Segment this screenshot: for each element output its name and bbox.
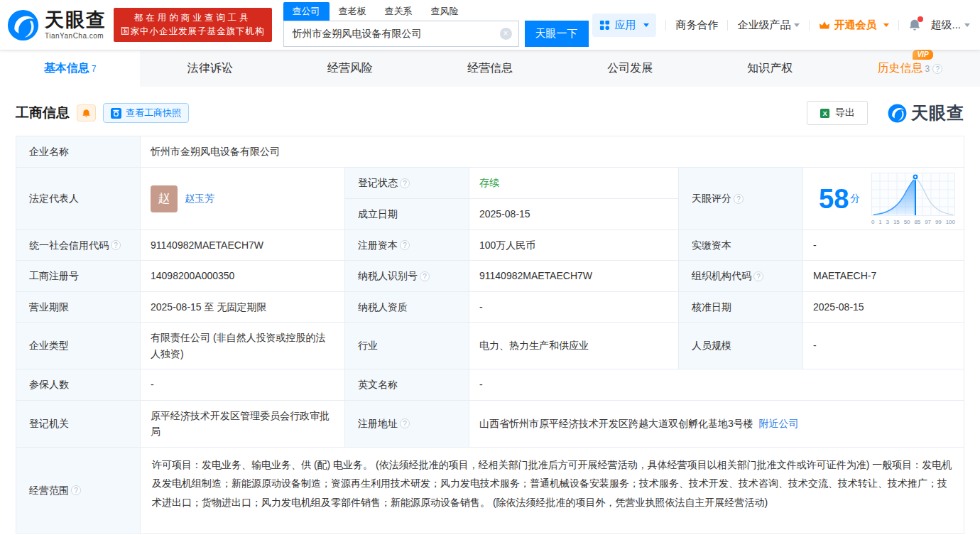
tianyancha-logo[interactable]: 天眼查 TianYanCha.com [7, 9, 107, 41]
enterprise-products-label: 企业级产品 [737, 18, 790, 32]
help-icon[interactable]: ? [753, 271, 763, 281]
vip-badge: VIP [913, 50, 932, 60]
chevron-down-icon [964, 23, 970, 27]
business-cooperation-link[interactable]: 商务合作 [675, 18, 718, 32]
bell-icon [82, 109, 91, 118]
view-snapshot-button[interactable]: 查看工商快照 [103, 103, 189, 123]
help-icon[interactable]: ? [420, 271, 430, 281]
score-unit: 分 [850, 193, 860, 205]
clear-search-icon[interactable]: × [500, 28, 512, 40]
search-tab-boss[interactable]: 查老板 [330, 2, 376, 21]
legal-rep-label: 法定代表人 [16, 168, 141, 229]
business-scope-label: 经营范围 ? [16, 448, 141, 533]
establish-date-label: 成立日期 [345, 199, 469, 229]
industry-value: 电力、热力生产和供应业 [469, 323, 679, 369]
legal-rep-link[interactable]: 赵玉芳 [185, 190, 214, 206]
business-info-table: 企业名称 忻州市金朔风电设备有限公司 法定代表人 赵 赵玉芳 登记状态 ? 存续… [16, 136, 964, 534]
divider [898, 20, 899, 31]
help-icon[interactable]: ? [400, 178, 410, 188]
search-area: 查公司 查老板 查关系 查风险 × 天眼一下 [283, 3, 589, 47]
help-icon[interactable]: ? [734, 194, 744, 204]
tianyancha-logo-icon [7, 9, 39, 41]
approval-date-label: 核准日期 [679, 292, 803, 322]
help-icon[interactable]: ? [400, 240, 410, 250]
logo-domain: TianYanCha.com [45, 32, 107, 40]
help-icon[interactable]: ? [400, 418, 410, 428]
industry-label: 行业 [345, 323, 469, 369]
tab-history-label: 历史信息 VIP [878, 61, 923, 76]
reg-number-value: 14098200A000350 [141, 261, 345, 291]
search-input[interactable] [293, 28, 500, 40]
notification-bell-icon[interactable] [908, 18, 921, 31]
chevron-down-icon [794, 23, 800, 27]
apps-grid-icon [599, 20, 610, 31]
excel-icon: X [820, 108, 830, 119]
staff-size-label: 人员规模 [679, 323, 803, 369]
tab-history-count: 3 [925, 64, 930, 74]
user-account-menu[interactable]: 超级... [930, 18, 970, 32]
search-tab-company[interactable]: 查公司 [283, 2, 330, 21]
camera-icon [111, 108, 121, 119]
section-title: 工商信息 [16, 104, 70, 122]
tab-legal-proceedings[interactable]: 法律诉讼 [140, 50, 280, 87]
slogan-banner: 都在用的商业查询工具 国家中小企业发展子基金旗下机构 [114, 8, 272, 43]
paid-capital-value: - [803, 230, 964, 260]
legal-rep-value: 赵 赵玉芳 [141, 168, 345, 229]
table-row-credit-code: 统一社会信用代码 ? 91140982MAETAECH7W 注册资本 ? 100… [16, 230, 964, 261]
tab-business-info[interactable]: 经营信息 [420, 50, 560, 87]
divider [809, 20, 810, 31]
nearby-companies-link[interactable]: 附近公司 [759, 416, 799, 431]
status-date-column: 登记状态 ? 存续 成立日期 2025-08-15 [345, 168, 679, 229]
table-row-company-name: 企业名称 忻州市金朔风电设备有限公司 [16, 136, 964, 168]
open-vip-label: 开通会员 [834, 18, 876, 32]
tab-basic-info[interactable]: 基本信息 7 [0, 50, 140, 87]
section-tabs: 基本信息 7 法律诉讼 经营风险 经营信息 公司发展 知识产权 历史信息 VIP… [0, 50, 980, 87]
taxpayer-quality-value: - [469, 292, 679, 322]
business-info-header: 工商信息 查看工商快照 X 导出 天眼查 [0, 87, 980, 136]
open-vip-link[interactable]: 开通会员 [819, 18, 889, 32]
export-button[interactable]: X 导出 [807, 101, 868, 125]
tab-intellectual-property[interactable]: 知识产权 [700, 50, 840, 87]
slogan-line1: 都在用的商业查询工具 [121, 11, 265, 25]
svg-text:X: X [822, 110, 827, 117]
table-row-company-type: 企业类型 有限责任公司 (非自然人投资或控股的法人独资) 行业 电力、热力生产和… [16, 323, 964, 369]
credit-code-label: 统一社会信用代码 ? [16, 230, 141, 260]
reg-number-label: 工商注册号 [16, 261, 141, 291]
avatar[interactable]: 赵 [151, 185, 178, 212]
tab-basic-info-label: 基本信息 [44, 61, 89, 76]
score-number: 58 [819, 185, 849, 212]
table-row-business-scope: 经营范围 ? 许可项目：发电业务、输电业务、供 (配) 电业务。 (依法须经批准… [16, 448, 964, 533]
staff-size-value: - [803, 323, 964, 369]
tab-history-info[interactable]: 历史信息 VIP 3 ? [840, 50, 980, 87]
help-icon[interactable]: ? [111, 240, 121, 250]
tab-company-development[interactable]: 公司发展 [560, 50, 700, 87]
help-icon[interactable]: ? [71, 485, 81, 495]
english-name-value: - [469, 369, 964, 400]
tab-operating-risk[interactable]: 经营风险 [280, 50, 420, 87]
reg-authority-label: 登记机关 [16, 401, 141, 447]
company-name-label: 企业名称 [16, 136, 141, 167]
business-term-label: 营业期限 [16, 292, 141, 322]
logo-title: 天眼查 [45, 11, 107, 30]
reg-capital-label: 注册资本 ? [345, 230, 469, 260]
enterprise-products-link[interactable]: 企业级产品 [737, 18, 800, 32]
reg-address-label: 注册地址 ? [345, 401, 469, 447]
table-row-insured-count: 参保人数 - 英文名称 - [16, 369, 964, 401]
search-tab-relation[interactable]: 查关系 [376, 2, 422, 21]
table-row-reg-number: 工商注册号 14098200A000350 纳税人识别号 ? 91140982M… [16, 261, 964, 291]
score-value: 58 分 [803, 168, 964, 229]
monitor-bell-button[interactable] [77, 104, 96, 121]
apps-menu[interactable]: 应用 [592, 13, 656, 37]
search-button[interactable]: 天眼一下 [525, 21, 589, 47]
search-tab-risk[interactable]: 查风险 [422, 2, 468, 21]
help-icon[interactable]: ? [932, 64, 942, 74]
reg-authority-value: 原平经济技术开发区管理委员会行政审批局 [141, 401, 345, 447]
notification-dot [918, 16, 923, 22]
company-type-value: 有限责任公司 (非自然人投资或控股的法人独资) [141, 323, 345, 369]
tianyancha-watermark-icon [888, 104, 907, 123]
apps-label: 应用 [614, 18, 636, 32]
table-row-legal-rep: 法定代表人 赵 赵玉芳 登记状态 ? 存续 成立日期 2025-08-15 天眼… [16, 168, 964, 230]
search-tabs: 查公司 查老板 查关系 查风险 [283, 3, 589, 21]
insured-count-value: - [141, 369, 345, 400]
paid-capital-label: 实缴资本 [679, 230, 803, 260]
